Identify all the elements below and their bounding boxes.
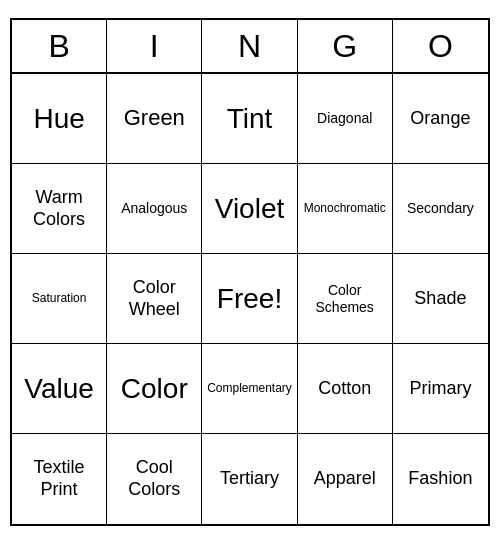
header-letter: I [107,20,202,72]
bingo-cell: Violet [202,164,297,254]
cell-text: Free! [217,282,282,316]
cell-text: Tint [227,102,273,136]
bingo-cell: Orange [393,74,488,164]
bingo-cell: Primary [393,344,488,434]
bingo-cell: Diagonal [298,74,393,164]
bingo-cell: Warm Colors [12,164,107,254]
bingo-cell: Textile Print [12,434,107,524]
bingo-cell: Value [12,344,107,434]
bingo-cell: Monochromatic [298,164,393,254]
cell-text: Saturation [32,291,87,305]
bingo-cell: Tertiary [202,434,297,524]
header-letter: B [12,20,107,72]
cell-text: Orange [410,108,470,130]
cell-text: Violet [215,192,285,226]
cell-text: Color [121,372,188,406]
bingo-cell: Free! [202,254,297,344]
bingo-cell: Saturation [12,254,107,344]
cell-text: Cool Colors [111,457,197,500]
bingo-header: BINGO [12,20,488,74]
bingo-card: BINGO HueGreenTintDiagonalOrangeWarm Col… [10,18,490,526]
cell-text: Analogous [121,200,187,217]
cell-text: Color Wheel [111,277,197,320]
bingo-grid: HueGreenTintDiagonalOrangeWarm ColorsAna… [12,74,488,524]
bingo-cell: Shade [393,254,488,344]
cell-text: Complementary [207,381,292,395]
bingo-cell: Color [107,344,202,434]
header-letter: N [202,20,297,72]
cell-text: Value [24,372,94,406]
bingo-cell: Cotton [298,344,393,434]
cell-text: Cotton [318,378,371,400]
header-letter: O [393,20,488,72]
bingo-cell: Analogous [107,164,202,254]
header-letter: G [298,20,393,72]
bingo-cell: Color Schemes [298,254,393,344]
bingo-cell: Fashion [393,434,488,524]
cell-text: Green [124,105,185,131]
cell-text: Textile Print [16,457,102,500]
cell-text: Shade [414,288,466,310]
cell-text: Warm Colors [16,187,102,230]
cell-text: Apparel [314,468,376,490]
bingo-cell: Tint [202,74,297,164]
bingo-cell: Cool Colors [107,434,202,524]
bingo-cell: Apparel [298,434,393,524]
cell-text: Monochromatic [304,201,386,215]
cell-text: Fashion [408,468,472,490]
bingo-cell: Hue [12,74,107,164]
cell-text: Diagonal [317,110,372,127]
bingo-cell: Green [107,74,202,164]
bingo-cell: Secondary [393,164,488,254]
cell-text: Primary [409,378,471,400]
cell-text: Secondary [407,200,474,217]
cell-text: Hue [33,102,84,136]
cell-text: Color Schemes [302,282,388,316]
bingo-cell: Color Wheel [107,254,202,344]
bingo-cell: Complementary [202,344,297,434]
cell-text: Tertiary [220,468,279,490]
